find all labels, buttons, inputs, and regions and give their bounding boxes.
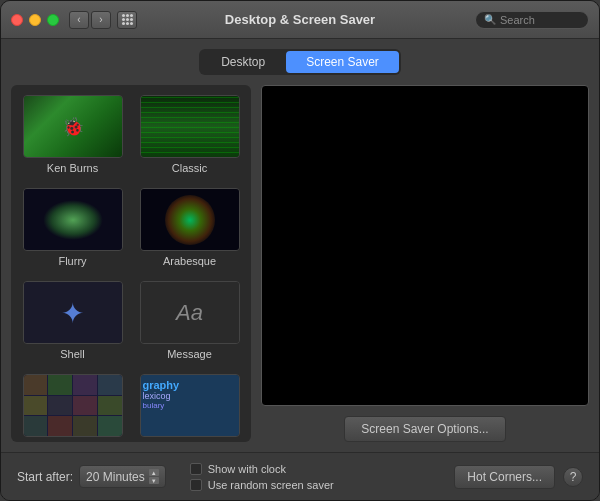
start-after-value: 20 Minutes [86, 470, 145, 484]
show-clock-checkbox[interactable] [190, 463, 202, 475]
use-random-checkbox[interactable] [190, 479, 202, 491]
word-line2: lexicog [143, 391, 237, 401]
grid-view-button[interactable] [117, 11, 137, 29]
preview-screen [261, 85, 589, 406]
bottom-bar: Start after: 20 Minutes ▲ ▼ Show with cl… [1, 452, 599, 500]
use-random-label: Use random screen saver [208, 479, 334, 491]
show-clock-row: Show with clock [190, 463, 334, 475]
ss-item-label: Classic [172, 162, 207, 174]
tab-desktop[interactable]: Desktop [201, 51, 285, 73]
screen-saver-list: Ken Burns Classic Flurry [11, 85, 251, 442]
ss-item-label: Arabesque [163, 255, 216, 267]
window: ‹ › Desktop & Screen Saver 🔍 Desktop Scr… [0, 0, 600, 501]
word-line1: graphy [143, 379, 237, 391]
thumbnail-flurry [23, 188, 123, 251]
window-title: Desktop & Screen Saver [225, 12, 375, 27]
word-line3: bulary [143, 401, 237, 410]
thumbnail-itunes [23, 374, 123, 437]
bottom-right: Hot Corners... ? [454, 465, 583, 489]
search-icon: 🔍 [484, 14, 496, 25]
stepper-down[interactable]: ▼ [149, 477, 159, 484]
screen-saver-preview: Screen Saver Options... [261, 85, 589, 442]
use-random-row: Use random screen saver [190, 479, 334, 491]
hot-corners-button[interactable]: Hot Corners... [454, 465, 555, 489]
ss-item-label: Ken Burns [47, 162, 98, 174]
search-input[interactable] [500, 14, 580, 26]
traffic-lights [11, 14, 59, 26]
show-clock-label: Show with clock [208, 463, 286, 475]
list-item[interactable]: Shell [17, 277, 128, 364]
thumbnail-classic [140, 95, 240, 158]
list-item[interactable]: Arabesque [134, 184, 245, 271]
titlebar: ‹ › Desktop & Screen Saver 🔍 [1, 1, 599, 39]
list-item[interactable]: Flurry [17, 184, 128, 271]
start-after-group: Start after: 20 Minutes ▲ ▼ [17, 465, 166, 488]
nav-buttons: ‹ › [69, 11, 111, 29]
list-item[interactable]: Classic [134, 91, 245, 178]
thumbnail-message: Aa [140, 281, 240, 344]
message-thumb-text: Aa [176, 300, 203, 326]
tab-screen-saver[interactable]: Screen Saver [286, 51, 399, 73]
ss-item-label: Shell [60, 348, 84, 360]
help-button[interactable]: ? [563, 467, 583, 487]
stepper-up[interactable]: ▲ [149, 469, 159, 476]
list-item[interactable]: iTunes Artwork [17, 370, 128, 442]
start-after-select[interactable]: 20 Minutes ▲ ▼ [79, 465, 166, 488]
minimize-button[interactable] [29, 14, 41, 26]
checkboxes-group: Show with clock Use random screen saver [190, 463, 334, 491]
thumbnail-arabesque [140, 188, 240, 251]
list-item[interactable]: Aa Message [134, 277, 245, 364]
search-box[interactable]: 🔍 [475, 11, 589, 29]
thumbnail-ken-burns [23, 95, 123, 158]
ss-item-label: iTunes Artwork [36, 441, 108, 442]
start-after-label: Start after: [17, 470, 73, 484]
back-button[interactable]: ‹ [69, 11, 89, 29]
screen-saver-options-button[interactable]: Screen Saver Options... [344, 416, 505, 442]
maximize-button[interactable] [47, 14, 59, 26]
ss-item-label: Word of the Day [150, 441, 229, 442]
stepper-arrows: ▲ ▼ [149, 469, 159, 484]
forward-button[interactable]: › [91, 11, 111, 29]
list-item[interactable]: Ken Burns [17, 91, 128, 178]
main-content: Ken Burns Classic Flurry [1, 85, 599, 452]
close-button[interactable] [11, 14, 23, 26]
thumbnail-shell [23, 281, 123, 344]
grid-dots-icon [122, 14, 133, 25]
thumbnail-word-of-day: graphy lexicog bulary [140, 374, 240, 437]
ss-item-label: Message [167, 348, 212, 360]
ss-item-label: Flurry [58, 255, 86, 267]
tab-group: Desktop Screen Saver [199, 49, 401, 75]
list-item[interactable]: graphy lexicog bulary Word of the Day [134, 370, 245, 442]
tabs-area: Desktop Screen Saver [1, 39, 599, 85]
